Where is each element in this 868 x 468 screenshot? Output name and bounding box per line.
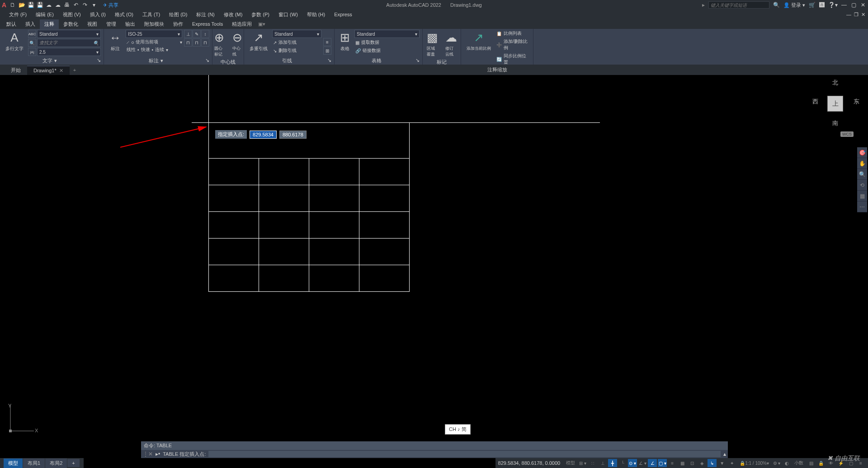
menu-view[interactable]: 视图 (V) — [58, 10, 85, 19]
drawing-canvas[interactable]: 指定插入点: 829.5834 880.6178 北 南 西 东 上 WCS 🎯… — [0, 75, 868, 448]
dim-chain[interactable]: 线性 • 快速 • 连续 ▾ — [126, 46, 182, 53]
nav-orbit-icon[interactable]: ⟲ — [857, 180, 867, 191]
status-quickprops-icon[interactable]: ▤ — [807, 459, 816, 467]
open-icon[interactable]: 📂 — [18, 1, 25, 9]
ribbon-toggle-icon[interactable]: ▣▾ — [258, 21, 265, 27]
undo-icon[interactable]: ↶ — [72, 1, 80, 9]
dim-tool-2[interactable]: ✎ — [193, 30, 201, 38]
extract-data-button[interactable]: ▦ 提取数据 — [354, 39, 420, 46]
save-icon[interactable]: 💾 — [27, 1, 34, 9]
viewcube-east[interactable]: 东 — [854, 98, 859, 106]
viewcube-north[interactable]: 北 — [832, 79, 838, 87]
tab-collaborate[interactable]: 协作 — [169, 19, 188, 29]
tab-manage[interactable]: 管理 — [102, 19, 121, 29]
status-iso-icon[interactable]: ∠ ▾ — [638, 459, 647, 467]
viewcube[interactable]: 北 南 西 东 上 — [811, 79, 857, 124]
doc-minimize-icon[interactable]: — — [846, 12, 851, 18]
help-search-input[interactable] — [708, 1, 769, 9]
status-filter-icon[interactable]: ▼ — [717, 459, 726, 467]
help-icon[interactable]: ❔▾ — [828, 2, 838, 8]
new-icon[interactable]: 🗋 — [9, 1, 16, 9]
status-gizmo-icon[interactable]: ✦ — [727, 459, 736, 467]
tab-parametric[interactable]: 参数化 — [59, 19, 83, 29]
redo-icon[interactable]: ↷ — [81, 1, 89, 9]
status-units-icon[interactable]: 小数 — [792, 459, 806, 467]
nav-more-icon[interactable]: ⋯ — [857, 201, 867, 212]
status-snap-icon[interactable]: ∷ — [588, 459, 597, 467]
add-del-scale-button[interactable]: ➕ 添加/删除比例 — [495, 38, 530, 51]
find-icon[interactable]: 🔍 — [28, 39, 36, 47]
a360-icon[interactable]: 🅰 — [819, 2, 825, 8]
centerline-button[interactable]: ⊖中心线 — [230, 30, 245, 58]
doc-close-icon[interactable]: ✕ — [861, 12, 865, 18]
menu-window[interactable]: 窗口 (W) — [274, 10, 302, 19]
qat-dropdown-icon[interactable]: ▾ — [90, 1, 98, 9]
tab-express-tools[interactable]: Express Tools — [188, 20, 227, 28]
web-save-icon[interactable]: ☁ — [54, 1, 61, 9]
close-icon[interactable]: ✕ — [861, 2, 865, 8]
command-line[interactable]: ⋮✕ ▸• TABLE 指定插入点: ▴ — [141, 450, 728, 458]
tab-featured[interactable]: 精选应用 — [227, 19, 256, 29]
status-dyninput-icon[interactable]: ╋ — [608, 459, 617, 467]
dim-tool-5[interactable]: ⊓ — [193, 38, 201, 47]
table-button[interactable]: ⊞表格 — [337, 30, 353, 53]
layout-add[interactable]: + — [67, 459, 80, 467]
dim-tool-3[interactable]: ↕ — [201, 30, 209, 38]
search-icon[interactable]: 🔍 — [773, 2, 780, 8]
mtext-button[interactable]: A 多行文字 — [3, 30, 26, 53]
share-button[interactable]: ✈ 共享 — [103, 2, 118, 9]
text-height-dropdown[interactable]: 2.5▾ — [37, 48, 101, 56]
status-osnap-icon[interactable]: ▢ ▾ — [658, 459, 667, 467]
tab-view[interactable]: 视图 — [83, 19, 102, 29]
table-style-dropdown[interactable]: Standard▾ — [354, 30, 420, 38]
dynamic-input-y[interactable]: 880.6178 — [279, 131, 307, 139]
dim-tool-1[interactable]: ⊥ — [184, 30, 192, 38]
menu-edit[interactable]: 编辑 (E) — [31, 10, 58, 19]
remove-leader-button[interactable]: ↘ 删除引线 — [272, 47, 321, 54]
menu-tools[interactable]: 工具 (T) — [138, 10, 165, 19]
status-infer-icon[interactable]: ⊥ — [598, 459, 607, 467]
menu-parametric[interactable]: 参数 (P) — [247, 10, 274, 19]
menu-insert[interactable]: 插入 (I) — [85, 10, 110, 19]
command-up-icon[interactable]: ▴ — [723, 451, 726, 457]
viewcube-west[interactable]: 西 — [812, 98, 818, 106]
tab-start[interactable]: 开始 — [5, 66, 27, 75]
doc-restore-icon[interactable]: ❐ — [854, 12, 859, 18]
revcloud-button[interactable]: ☁修订云线 — [443, 30, 460, 58]
dim-style-dropdown[interactable]: ISO-25▾ — [126, 30, 182, 38]
web-open-icon[interactable]: ☁ — [45, 1, 52, 9]
tab-addins[interactable]: 附加模块 — [140, 19, 169, 29]
status-model[interactable]: 模型 — [564, 459, 577, 467]
menu-file[interactable]: 文件 (F) — [5, 10, 31, 19]
saveas-icon[interactable]: 💾 — [36, 1, 43, 9]
add-current-scale-button[interactable]: ↗添加当前比例 — [464, 30, 494, 52]
menu-express[interactable]: Express — [330, 11, 357, 18]
menu-help[interactable]: 帮助 (H) — [302, 10, 330, 19]
menu-dimension[interactable]: 标注 (N) — [192, 10, 219, 19]
menu-modify[interactable]: 修改 (M) — [219, 10, 247, 19]
dimension-button[interactable]: ↔ 标注 — [107, 30, 124, 53]
nav-fullnav-icon[interactable]: 🎯 — [857, 147, 867, 158]
tab-output[interactable]: 输出 — [121, 19, 140, 29]
menu-format[interactable]: 格式 (O) — [110, 10, 138, 19]
minimize-icon[interactable]: — — [841, 2, 847, 8]
wcs-badge[interactable]: WCS — [840, 131, 854, 137]
dynamic-input-x[interactable]: 829.5834 — [250, 131, 277, 139]
viewcube-south[interactable]: 南 — [832, 119, 838, 127]
text-height-icon[interactable]: |A| — [28, 48, 36, 56]
command-input[interactable] — [208, 451, 721, 457]
tab-drawing1[interactable]: Drawing1*✕ — [27, 66, 70, 75]
maximize-icon[interactable]: ▢ — [851, 2, 856, 8]
leader-align-icon[interactable]: ≡ — [323, 38, 331, 46]
nav-zoom-icon[interactable]: 🔍 — [857, 169, 867, 180]
status-polar-icon[interactable]: ⊙ ▾ — [628, 459, 637, 467]
status-lockui-icon[interactable]: 🔒 — [816, 459, 826, 467]
nav-showmotion-icon[interactable]: ▦ — [857, 191, 867, 201]
nav-pan-icon[interactable]: ✋ — [857, 158, 867, 169]
status-dynucs-icon[interactable]: ↳ — [708, 459, 717, 467]
tab-close-icon[interactable]: ✕ — [59, 68, 63, 74]
dim-tool-6[interactable]: ⊓ — [201, 38, 209, 47]
add-leader-button[interactable]: ↗ 添加引线 — [272, 39, 321, 46]
status-workspace-icon[interactable]: ⚙ ▾ — [772, 459, 781, 467]
status-annoscale-icon[interactable]: 🔒 1:1 / 100% ▾ — [737, 459, 771, 467]
